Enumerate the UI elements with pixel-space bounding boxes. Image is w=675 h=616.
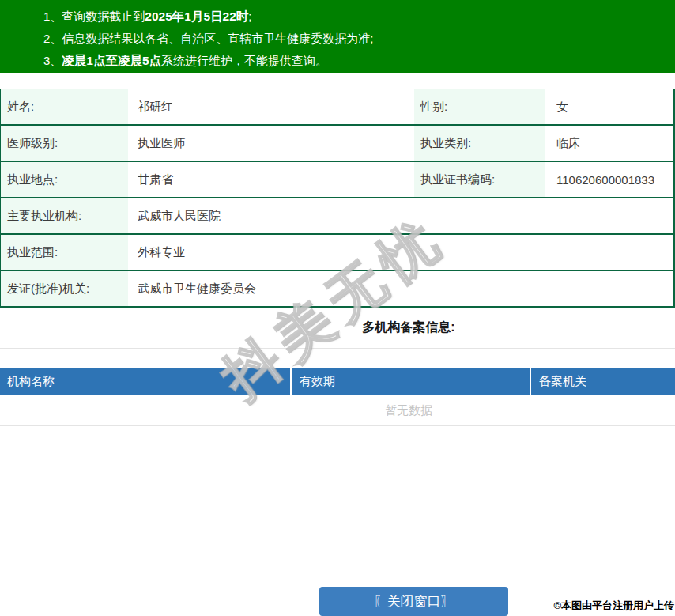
- notice-text: 3、: [43, 54, 62, 67]
- practice-category-label: 执业类别:: [414, 126, 545, 161]
- column-header-validity-period: 有效期: [292, 368, 531, 395]
- practice-category-value: 临床: [545, 126, 673, 161]
- info-row-level-category: 医师级别: 执业医师 执业类别: 临床: [1, 126, 673, 162]
- info-row-main-institution: 主要执业机构: 武威市人民医院: [1, 198, 673, 235]
- notice-bold-text: 2025年1月5日22时: [145, 9, 248, 23]
- practice-location-value: 甘肃省: [128, 162, 414, 197]
- doctor-level-label: 医师级别:: [1, 126, 128, 161]
- notice-line-2: 2、信息数据结果以各省、自治区、直辖市卫生健康委数据为准;: [43, 28, 675, 50]
- empty-data-message: 暂无数据: [0, 395, 675, 426]
- doctor-level-value: 执业医师: [128, 126, 414, 161]
- close-window-button[interactable]: 〖关闭窗口〗: [319, 587, 508, 616]
- notice-text: 2、信息数据结果以各省、自治区、直辖市卫生健康委数据为准;: [43, 32, 374, 45]
- license-number-value: 110620600001833: [545, 162, 673, 197]
- gender-value: 女: [545, 89, 673, 124]
- practitioner-info-table: 姓名: 祁研红 性别: 女 医师级别: 执业医师 执业类别: 临床 执业地点: …: [0, 89, 675, 308]
- info-row-location-license: 执业地点: 甘肃省 执业证书编码: 110620600001833: [1, 162, 673, 198]
- notice-line-1: 1、查询数据截止到2025年1月5日22时;: [43, 6, 675, 28]
- name-value: 祁研红: [128, 89, 414, 124]
- license-number-label: 执业证书编码:: [414, 162, 545, 197]
- notice-text: 1、查询数据截止到: [43, 9, 145, 23]
- main-institution-label: 主要执业机构:: [1, 198, 128, 233]
- name-label: 姓名:: [1, 89, 128, 124]
- issuing-authority-value: 武威市卫生健康委员会: [128, 271, 673, 306]
- info-row-practice-scope: 执业范围: 外科专业: [1, 235, 673, 271]
- attribution-text: ©本图由平台注册用户上传: [553, 599, 674, 613]
- info-row-issuing-authority: 发证(批准)机关: 武威市卫生健康委员会: [1, 271, 673, 308]
- practice-location-label: 执业地点:: [1, 162, 128, 197]
- issuing-authority-label: 发证(批准)机关:: [1, 271, 128, 306]
- notice-banner: 1、查询数据截止到2025年1月5日22时; 2、信息数据结果以各省、自治区、直…: [0, 0, 675, 73]
- gender-label: 性别:: [414, 89, 545, 124]
- notice-bold-text: 凌晨1点至凌晨5点: [62, 54, 161, 67]
- notice-line-3: 3、凌晨1点至凌晨5点系统进行维护，不能提供查询。: [43, 50, 675, 72]
- column-header-institution-name: 机构名称: [0, 368, 292, 395]
- practice-scope-value: 外科专业: [128, 235, 673, 270]
- info-row-name-gender: 姓名: 祁研红 性别: 女: [1, 89, 673, 126]
- notice-text: ;: [248, 9, 251, 23]
- notice-text: 系统进行维护，不能提供查询。: [161, 54, 327, 67]
- multi-institution-section-title: 多机构备案信息:: [362, 319, 454, 336]
- practice-scope-label: 执业范围:: [1, 235, 128, 270]
- main-institution-value: 武威市人民医院: [128, 198, 673, 233]
- filing-table: 机构名称 有效期 备案机关 暂无数据: [0, 368, 675, 426]
- column-header-filing-authority: 备案机关: [531, 368, 675, 395]
- filing-table-header: 机构名称 有效期 备案机关: [0, 368, 675, 395]
- section-title-row: 多机构备案信息:: [0, 308, 675, 349]
